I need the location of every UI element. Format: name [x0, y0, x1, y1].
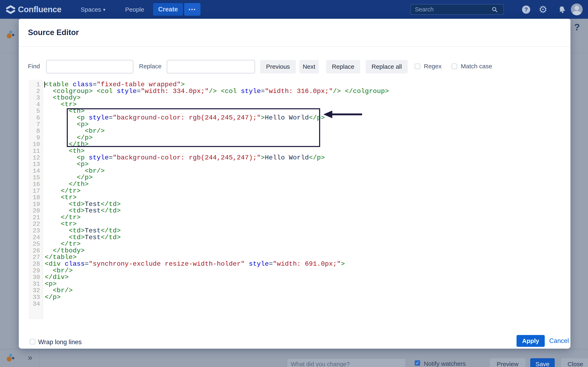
- line-number: 8: [29, 128, 43, 134]
- code-line[interactable]: <tr>: [45, 194, 560, 201]
- text-cursor: [44, 82, 45, 87]
- code-line[interactable]: [45, 301, 560, 308]
- code-line[interactable]: <p>: [45, 161, 560, 168]
- code-line[interactable]: <br/>: [45, 267, 560, 274]
- line-number: 28: [29, 261, 43, 267]
- replace-input[interactable]: [167, 60, 255, 73]
- code-line[interactable]: </tbody>: [45, 248, 560, 254]
- regex-checkbox[interactable]: [415, 64, 420, 69]
- line-number: 13: [29, 161, 43, 168]
- code-line[interactable]: </tr>: [45, 241, 560, 248]
- line-number: 25: [29, 241, 43, 248]
- search-input[interactable]: [410, 4, 504, 15]
- previous-button[interactable]: Previous: [260, 60, 296, 73]
- line-number: 20: [29, 208, 43, 214]
- preview-button[interactable]: Preview: [490, 358, 525, 367]
- space-logo-dot-blue: [9, 31, 12, 34]
- match-case-checkbox[interactable]: [452, 64, 457, 69]
- find-label: Find: [28, 63, 40, 70]
- help-icon[interactable]: ?: [522, 6, 530, 14]
- find-input[interactable]: [46, 60, 133, 73]
- space-logo-dot-navy: [12, 357, 14, 359]
- line-number: 24: [29, 234, 43, 241]
- code-lines[interactable]: <table class="fixed-table wrapped"> <col…: [43, 80, 560, 319]
- code-line[interactable]: <p>: [45, 121, 560, 128]
- create-button[interactable]: Create: [153, 3, 183, 16]
- code-editor[interactable]: 1234567891011121314151617181920212223242…: [29, 80, 560, 319]
- code-line[interactable]: <colgroup> <col style="width: 334.0px;"/…: [45, 88, 560, 95]
- code-line[interactable]: </th>: [45, 181, 560, 188]
- more-button[interactable]: •••: [184, 3, 200, 16]
- next-button[interactable]: Next: [299, 60, 319, 73]
- avatar[interactable]: [571, 3, 583, 15]
- code-line[interactable]: </tr>: [45, 214, 560, 221]
- space-logo-dot-navy: [12, 34, 14, 36]
- code-line[interactable]: <td>Test</td>: [45, 234, 560, 241]
- line-number: 12: [29, 155, 43, 161]
- statusbar-divider: [39, 349, 40, 367]
- search-icon[interactable]: [492, 7, 498, 13]
- code-line[interactable]: <p style="background-color: rgb(244,245,…: [45, 115, 560, 121]
- replace-button[interactable]: Replace: [326, 60, 360, 73]
- code-line[interactable]: <br/>: [45, 128, 560, 134]
- code-line[interactable]: <tbody>: [45, 95, 560, 101]
- code-line[interactable]: <th>: [45, 148, 560, 155]
- line-number: 6: [29, 115, 43, 121]
- replace-all-button[interactable]: Replace all: [366, 60, 408, 73]
- code-line[interactable]: </p>: [45, 294, 560, 301]
- code-line[interactable]: <p>: [45, 281, 560, 287]
- confluence-logo-icon[interactable]: [6, 5, 16, 15]
- expand-sidebar-icon[interactable]: »: [28, 353, 32, 362]
- code-line[interactable]: <td>Test</td>: [45, 201, 560, 208]
- code-line[interactable]: <br/>: [45, 287, 560, 294]
- wrap-long-lines-label: Wrap long lines: [38, 338, 82, 346]
- notify-watchers-checkbox[interactable]: ✓: [415, 360, 420, 366]
- line-number: 29: [29, 267, 43, 274]
- gutter: 1234567891011121314151617181920212223242…: [29, 80, 43, 319]
- code-line[interactable]: <br/>: [45, 168, 560, 175]
- line-number: 11: [29, 148, 43, 155]
- brand-name[interactable]: Confluence: [18, 5, 61, 14]
- code-line[interactable]: <td>Test</td>: [45, 208, 560, 214]
- line-number: 31: [29, 281, 43, 287]
- gear-icon[interactable]: ⚙: [539, 4, 547, 15]
- code-line[interactable]: <tr>: [45, 101, 560, 108]
- line-number: 17: [29, 188, 43, 194]
- line-number: 32: [29, 287, 43, 294]
- code-line[interactable]: </th>: [45, 141, 560, 148]
- space-logo-dot-orange: [7, 33, 12, 38]
- apply-button[interactable]: Apply: [517, 335, 545, 347]
- line-number: 2: [29, 88, 43, 95]
- code-line[interactable]: <div class="synchrony-exclude resize-wid…: [45, 261, 560, 267]
- editor-status-bar: » ✓ Notify watchers Preview Save Close: [0, 349, 588, 367]
- line-number: 33: [29, 294, 43, 301]
- save-button[interactable]: Save: [530, 358, 555, 367]
- top-nav: Confluence Spaces▾ People Create ••• ? ⚙: [0, 0, 588, 19]
- code-line[interactable]: </p>: [45, 134, 560, 141]
- line-number: 26: [29, 248, 43, 254]
- line-number: 9: [29, 134, 43, 141]
- code-line[interactable]: <td>Test</td>: [45, 227, 560, 234]
- line-number: 4: [29, 101, 43, 108]
- nav-spaces[interactable]: Spaces▾: [81, 6, 105, 13]
- bell-icon[interactable]: [558, 5, 566, 15]
- regex-label: Regex: [424, 63, 442, 70]
- change-comment-input[interactable]: [287, 358, 406, 367]
- code-line[interactable]: <p style="background-color: rgb(244,245,…: [45, 155, 560, 161]
- replace-label: Replace: [139, 63, 162, 70]
- code-line[interactable]: </tr>: [45, 188, 560, 194]
- nav-people[interactable]: People: [125, 6, 144, 13]
- code-line[interactable]: </table>: [45, 254, 560, 261]
- close-button[interactable]: Close: [561, 358, 588, 367]
- wrap-long-lines-checkbox[interactable]: [30, 339, 35, 344]
- code-line[interactable]: <table class="fixed-table wrapped">: [45, 81, 560, 88]
- line-number: 15: [29, 174, 43, 181]
- code-line[interactable]: <th>: [45, 108, 560, 115]
- cancel-link[interactable]: Cancel: [549, 337, 569, 345]
- page-help-icon[interactable]: ?: [574, 22, 580, 33]
- code-line[interactable]: </div>: [45, 274, 560, 281]
- code-line[interactable]: <tr>: [45, 221, 560, 227]
- dialog-header: Source Editor: [19, 19, 571, 47]
- line-number: 16: [29, 181, 43, 188]
- code-line[interactable]: </p>: [45, 174, 560, 181]
